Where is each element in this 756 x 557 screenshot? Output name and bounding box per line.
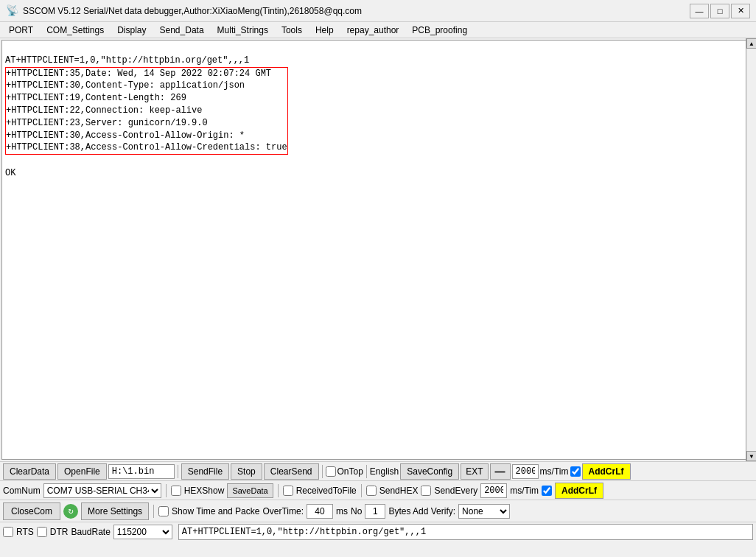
ms-tim-label: ms/Tim xyxy=(540,466,569,477)
sendevery-ms-label: ms/Tim xyxy=(510,486,539,496)
savedata-button[interactable]: SaveData xyxy=(227,483,273,498)
toolbar-row4: RTS DTR BaudRate 115200 xyxy=(0,522,756,542)
receivedtofile-label: ReceivedToFile xyxy=(296,486,357,496)
sendevery-ms-input[interactable] xyxy=(480,483,507,498)
stop-button[interactable]: Stop xyxy=(231,463,262,480)
no-label: No xyxy=(351,506,362,516)
rts-checkbox[interactable] xyxy=(3,527,13,537)
openfile-button[interactable]: OpenFile xyxy=(57,463,107,480)
receivedtofile-checkbox[interactable] xyxy=(283,486,293,496)
maximize-button[interactable]: □ xyxy=(710,4,729,18)
response-box: +HTTPCLIENT:35,Date: Wed, 14 Sep 2022 02… xyxy=(5,67,288,155)
comnum-select[interactable]: COM7 USB-SERIAL CH340 xyxy=(43,483,161,498)
closecom-button[interactable]: CloseCom xyxy=(3,502,60,520)
toolbar-row3: CloseCom ↻ More Settings Show Time and P… xyxy=(0,500,756,522)
clearsend-button[interactable]: ClearSend xyxy=(264,463,319,480)
scroll-track xyxy=(746,49,756,451)
hexshow-label: HEXShow xyxy=(184,486,225,496)
ontop-checkbox[interactable] xyxy=(326,466,336,477)
bytes-label: Bytes Add Verify: xyxy=(388,506,455,516)
menu-help[interactable]: Help xyxy=(309,24,340,37)
verify-select[interactable]: None xyxy=(458,504,510,519)
ms-label: ms xyxy=(336,506,348,516)
sendhex-checkbox[interactable] xyxy=(366,486,377,496)
boxed-content: +HTTPCLIENT:35,Date: Wed, 14 Sep 2022 02… xyxy=(6,69,287,153)
send-input[interactable] xyxy=(182,527,749,537)
no-input[interactable] xyxy=(365,504,385,519)
separator1 xyxy=(178,465,178,478)
separator4 xyxy=(166,484,167,497)
filepath-input[interactable] xyxy=(108,464,175,479)
terminal-line-cmd: AT+HTTPCLIENT=1,0,"http://httpbin.org/ge… xyxy=(5,55,249,66)
minus-button[interactable]: — xyxy=(490,463,511,480)
toolbar-row1: ClearData OpenFile SendFile Stop ClearSe… xyxy=(0,462,756,481)
separator7 xyxy=(153,505,154,518)
comnum-label: ComNum xyxy=(3,486,41,496)
addcrlf-checkbox[interactable] xyxy=(570,466,581,477)
english-label: English xyxy=(370,466,399,477)
moresettings-button[interactable]: More Settings xyxy=(81,502,149,520)
separator2 xyxy=(322,465,323,478)
menu-repay-author[interactable]: repay_author xyxy=(341,24,405,37)
dtr-checkbox[interactable] xyxy=(37,527,47,537)
ms-value-input[interactable] xyxy=(512,464,539,479)
hexshow-checkbox[interactable] xyxy=(171,486,181,496)
addcrlf-button2[interactable]: AddCrLf xyxy=(555,483,603,499)
terminal-ok: OK xyxy=(5,168,15,178)
refresh-icon[interactable]: ↻ xyxy=(63,504,78,519)
toolbar-row2: ComNum COM7 USB-SERIAL CH340 HEXShow Sav… xyxy=(0,481,756,500)
separator6 xyxy=(361,484,362,497)
sendfile-button[interactable]: SendFile xyxy=(181,463,229,480)
app-icon: 📡 xyxy=(6,4,18,17)
overtime-label: OverTime: xyxy=(262,506,304,516)
baudrate-select[interactable]: 115200 xyxy=(113,525,172,539)
showtime-checkbox[interactable] xyxy=(158,506,169,516)
close-button[interactable]: ✕ xyxy=(731,4,750,18)
terminal-area: AT+HTTPCLIENT=1,0,"http://httpbin.org/ge… xyxy=(1,40,755,460)
rts-label: RTS xyxy=(16,527,34,537)
menu-port[interactable]: PORT xyxy=(3,24,39,37)
cleardata-button[interactable]: ClearData xyxy=(3,463,56,480)
separator3 xyxy=(366,465,367,478)
minimize-button[interactable]: — xyxy=(690,4,709,18)
menu-pcb-proofing[interactable]: PCB_proofing xyxy=(406,24,473,37)
menu-multi-strings[interactable]: Multi_Strings xyxy=(211,24,274,37)
terminal-text: AT+HTTPCLIENT=1,0,"http://httpbin.org/ge… xyxy=(5,42,751,192)
menu-send-data[interactable]: Send_Data xyxy=(154,24,210,37)
scrollbar[interactable]: ▲ ▼ xyxy=(746,38,756,461)
sendevery-checkbox[interactable] xyxy=(421,486,431,496)
bottom-area: ClearData OpenFile SendFile Stop ClearSe… xyxy=(0,461,756,557)
addcrlf-checkbox2[interactable] xyxy=(542,486,552,496)
sendhex-label: SendHEX xyxy=(379,486,419,496)
sendevery-label: SendEvery xyxy=(434,486,477,496)
title-text: SSCOM V5.12 Serial/Net data debugger,Aut… xyxy=(23,6,690,16)
ext-button[interactable]: EXT xyxy=(461,463,488,480)
scroll-up-button[interactable]: ▲ xyxy=(746,38,756,49)
menubar: PORT COM_Settings Display Send_Data Mult… xyxy=(0,22,756,38)
menu-tools[interactable]: Tools xyxy=(276,24,308,37)
ontop-label: OnTop xyxy=(337,466,363,477)
titlebar: 📡 SSCOM V5.12 Serial/Net data debugger,A… xyxy=(0,0,756,22)
overtime-ms-input[interactable] xyxy=(307,504,333,519)
saveconfig-button[interactable]: SaveConfig xyxy=(400,463,459,480)
showtime-label: Show Time and Packe xyxy=(172,506,259,516)
baudrate-label: BaudRate xyxy=(71,527,110,537)
scroll-down-button[interactable]: ▼ xyxy=(746,451,756,461)
separator5 xyxy=(278,484,279,497)
send-input-container xyxy=(178,524,753,540)
dtr-label: DTR xyxy=(50,527,69,537)
menu-display[interactable]: Display xyxy=(111,24,152,37)
addcrlf-button[interactable]: AddCrLf xyxy=(582,463,631,480)
menu-com-settings[interactable]: COM_Settings xyxy=(41,24,110,37)
window-controls: — □ ✕ xyxy=(690,4,750,18)
